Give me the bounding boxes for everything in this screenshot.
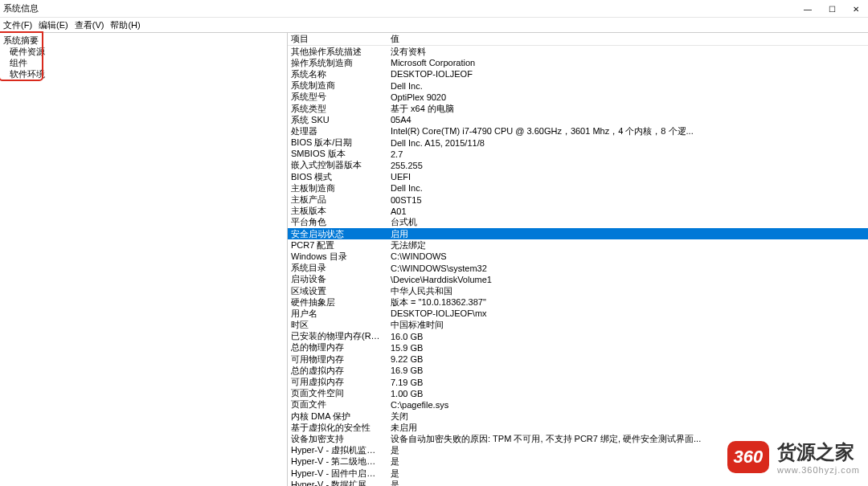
list-row[interactable]: 系统制造商Dell Inc. — [288, 80, 868, 92]
row-value: C:\WINDOWS\system32 — [387, 263, 868, 273]
row-value: 16.0 GB — [387, 332, 868, 341]
row-key: SMBIOS 版本 — [288, 148, 387, 160]
row-value: 关闭 — [387, 410, 868, 423]
row-key: 系统目录 — [288, 262, 387, 274]
window-title: 系统信息 — [3, 2, 39, 14]
row-key: 页面文件 — [288, 398, 387, 410]
list-row[interactable]: 硬件抽象层版本 = "10.0.18362.387" — [288, 296, 868, 308]
row-key: 系统 SKU — [288, 114, 387, 126]
row-key: 总的虚拟内存 — [288, 365, 387, 377]
row-value: 255.255 — [387, 161, 868, 170]
list-row[interactable]: 系统型号OptiPlex 9020 — [288, 92, 868, 103]
row-value: DESKTOP-IOLJEOF\mx — [387, 308, 868, 318]
row-key: Hyper-V - 第二级地址转换扩展 — [288, 455, 387, 468]
row-key: 可用物理内存 — [288, 353, 387, 366]
row-value: 无法绑定 — [387, 239, 868, 251]
row-key: BIOS 版本/日期 — [288, 137, 387, 149]
list-row[interactable]: BIOS 版本/日期Dell Inc. A15, 2015/11/8 — [288, 137, 868, 149]
list-row[interactable]: 可用虚拟内存7.19 GB — [288, 376, 868, 387]
list-row[interactable]: 总的物理内存15.9 GB — [288, 342, 868, 353]
list-row[interactable]: 安全启动状态启用 — [288, 228, 868, 239]
maximize-button[interactable]: ☐ — [820, 0, 844, 18]
list-row[interactable]: 系统名称DESKTOP-IOLJEOF — [288, 68, 868, 80]
list-row[interactable]: Windows 目录C:\WINDOWS — [288, 251, 868, 262]
list-row[interactable]: 启动设备\Device\HarddiskVolume1 — [288, 274, 868, 285]
menu-view[interactable]: 查看(V) — [75, 19, 104, 31]
close-button[interactable]: ✕ — [844, 0, 868, 18]
list-row[interactable]: 主板版本A01 — [288, 206, 868, 217]
list-row[interactable]: SMBIOS 版本2.7 — [288, 149, 868, 160]
list-row[interactable]: 平台角色台式机 — [288, 217, 868, 228]
list-row[interactable]: 处理器Intel(R) Core(TM) i7-4790 CPU @ 3.60G… — [288, 125, 868, 137]
list-row[interactable]: 主板制造商Dell Inc. — [288, 182, 868, 194]
list-row[interactable]: 基于虚拟化的安全性未启用 — [288, 422, 868, 433]
list-row[interactable]: 系统目录C:\WINDOWS\system32 — [288, 263, 868, 274]
list-row[interactable]: 总的虚拟内存16.9 GB — [288, 365, 868, 376]
row-value: 是 — [387, 479, 868, 486]
row-value: C:\pagefile.sys — [387, 400, 868, 410]
row-key: 系统类型 — [288, 103, 387, 115]
list-rows[interactable]: 其他操作系统描述没有资料操作系统制造商Microsoft Corporation… — [288, 46, 868, 486]
row-key: 操作系统制造商 — [288, 57, 387, 69]
list-row[interactable]: 区域设置中华人民共和国 — [288, 285, 868, 296]
menu-edit[interactable]: 编辑(E) — [39, 19, 68, 31]
list-row[interactable]: 其他操作系统描述没有资料 — [288, 46, 868, 57]
tree-view[interactable]: 系统摘要 硬件资源 组件 软件环境 — [0, 35, 287, 80]
list-row[interactable]: 内核 DMA 保护关闭 — [288, 410, 868, 422]
row-value: Dell Inc. A15, 2015/11/8 — [387, 138, 868, 148]
menu-bar: 文件(F) 编辑(E) 查看(V) 帮助(H) — [0, 18, 868, 32]
row-key: BIOS 模式 — [288, 171, 387, 183]
list-row[interactable]: 系统 SKU05A4 — [288, 114, 868, 125]
row-key: 处理器 — [288, 125, 387, 137]
tree-item-components[interactable]: 组件 — [2, 57, 287, 68]
column-header-value[interactable]: 值 — [387, 33, 868, 45]
list-row[interactable]: 操作系统制造商Microsoft Corporation — [288, 57, 868, 68]
list-pane: 项目 值 其他操作系统描述没有资料操作系统制造商Microsoft Corpor… — [288, 33, 868, 486]
list-row[interactable]: PCR7 配置无法绑定 — [288, 239, 868, 251]
list-row[interactable]: 时区中国标准时间 — [288, 320, 868, 331]
row-value: 版本 = "10.0.18362.387" — [387, 296, 868, 308]
row-value: 中华人民共和国 — [387, 285, 868, 297]
row-value: Dell Inc. — [387, 81, 868, 91]
row-value: 9.22 GB — [387, 354, 868, 364]
row-key: 其他操作系统描述 — [288, 46, 387, 58]
list-row[interactable]: 嵌入式控制器版本255.255 — [288, 160, 868, 171]
list-row[interactable]: BIOS 模式UEFI — [288, 171, 868, 182]
list-row[interactable]: 系统类型基于 x64 的电脑 — [288, 103, 868, 114]
row-value: Intel(R) Core(TM) i7-4790 CPU @ 3.60GHz，… — [387, 125, 868, 137]
list-row[interactable]: 可用物理内存9.22 GB — [288, 353, 868, 365]
tree-item-software-env[interactable]: 软件环境 — [2, 68, 287, 80]
row-key: Hyper-V - 虚拟机监视模式扩展 — [288, 444, 387, 456]
content-area: 系统摘要 硬件资源 组件 软件环境 项目 值 其他操作系统描述没有资料操作系统制… — [0, 32, 868, 486]
row-key: 区域设置 — [288, 285, 387, 297]
title-bar: 系统信息 — ☐ ✕ — [0, 0, 868, 18]
row-key: 已安装的物理内存(RAM) — [288, 330, 387, 342]
column-header-item[interactable]: 项目 — [288, 33, 387, 45]
tree-item-hardware[interactable]: 硬件资源 — [2, 46, 287, 57]
row-key: Hyper-V - 固件中启用的虚拟化 — [288, 468, 387, 480]
row-value: DESKTOP-IOLJEOF — [387, 69, 868, 79]
list-row[interactable]: Hyper-V - 数据扩展保护是 — [288, 479, 868, 486]
row-key: 页面文件空间 — [288, 387, 387, 399]
list-row[interactable]: 已安装的物理内存(RAM)16.0 GB — [288, 331, 868, 342]
tree-root[interactable]: 系统摘要 — [2, 35, 287, 46]
list-row[interactable]: 页面文件空间1.00 GB — [288, 388, 868, 399]
row-value: 没有资料 — [387, 46, 868, 58]
list-row[interactable]: 用户名DESKTOP-IOLJEOF\mx — [288, 308, 868, 319]
list-row[interactable]: 页面文件C:\pagefile.sys — [288, 399, 868, 410]
list-row[interactable]: 主板产品00ST15 — [288, 194, 868, 205]
row-value: 中国标准时间 — [387, 319, 868, 331]
row-value: C:\WINDOWS — [387, 251, 868, 261]
row-key: 启动设备 — [288, 273, 387, 285]
row-key: 设备加密支持 — [288, 433, 387, 445]
menu-file[interactable]: 文件(F) — [3, 19, 32, 31]
menu-help[interactable]: 帮助(H) — [110, 19, 140, 31]
row-key: 总的物理内存 — [288, 341, 387, 353]
minimize-button[interactable]: — — [796, 0, 820, 18]
sidebar: 系统摘要 硬件资源 组件 软件环境 — [0, 33, 288, 486]
watermark-badge: 360 — [727, 441, 769, 473]
row-value: 台式机 — [387, 216, 868, 228]
row-key: 内核 DMA 保护 — [288, 410, 387, 423]
row-key: Hyper-V - 数据扩展保护 — [288, 479, 387, 486]
row-value: 未启用 — [387, 422, 868, 434]
